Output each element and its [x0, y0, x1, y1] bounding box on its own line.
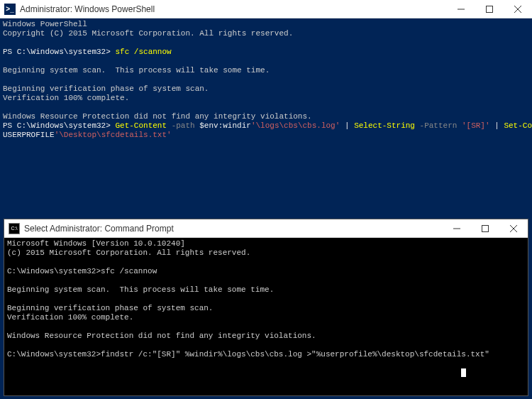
minimize-button[interactable]: [443, 219, 471, 238]
ps-pipe: |: [490, 121, 504, 130]
close-button[interactable]: [504, 0, 532, 18]
ps-string: '\Desktop\sfcdetails.txt': [55, 131, 172, 139]
cmd-command: sfc /scannow: [101, 267, 157, 275]
cmd-command: findstr /c:"[SR]" %windir%\logs\cbs\cbs.…: [101, 350, 489, 359]
cmd-copyright: (c) 2015 Microsoft Corporation. All righ…: [7, 248, 250, 257]
maximize-button[interactable]: [475, 0, 504, 18]
ps-terminal[interactable]: Windows PowerShell Copyright (C) 2015 Mi…: [0, 18, 532, 219]
cmd-prompt: C:\Windows\system32>: [7, 267, 101, 275]
minimize-button[interactable]: [447, 0, 475, 18]
cmd-output: Verification 100% complete.: [7, 313, 133, 322]
svg-rect-1: [487, 6, 493, 12]
ps-output: Beginning system scan. This process will…: [3, 66, 270, 75]
ps-copyright: Copyright (C) 2015 Microsoft Corporation…: [3, 29, 293, 38]
cmd-output: Windows Resource Protection did not find…: [7, 332, 316, 340]
ps-output: Beginning verification phase of system s…: [3, 84, 209, 93]
ps-prompt: PS C:\Windows\system32>: [3, 121, 115, 130]
cursor: [461, 368, 466, 377]
ps-banner: Windows PowerShell: [3, 20, 87, 28]
cmd-output: Beginning system scan. This process will…: [7, 285, 274, 294]
ps-titlebar[interactable]: >_ Administrator: Windows PowerShell: [0, 0, 532, 18]
ps-command: sfc /scannow: [115, 48, 171, 56]
ps-var: $env:windir: [199, 121, 251, 130]
ps-window-controls: [447, 0, 532, 18]
ps-string: '[SR]': [462, 121, 490, 130]
cmd-icon: C:\: [9, 223, 20, 234]
cmd-titlebar[interactable]: C:\ Select Administrator: Command Prompt: [4, 219, 528, 238]
ps-pipe: |: [340, 121, 354, 130]
maximize-button[interactable]: [471, 219, 499, 238]
cmd-window: C:\ Select Administrator: Command Prompt…: [4, 219, 528, 396]
cmd-output: Beginning verification phase of system s…: [7, 304, 213, 312]
close-button[interactable]: [499, 219, 528, 238]
ps-var: USERPROFILE: [3, 131, 55, 139]
cmd-banner: Microsoft Windows [Version 10.0.10240]: [7, 239, 185, 248]
powershell-icon: >_: [4, 4, 16, 15]
ps-param: -Pattern: [420, 121, 462, 130]
cmd-terminal[interactable]: Microsoft Windows [Version 10.0.10240] (…: [4, 238, 528, 395]
ps-cmdlet: Get-Content: [115, 121, 171, 130]
ps-string: '\logs\cbs\cbs.log': [251, 121, 340, 130]
ps-param: -path: [172, 121, 200, 130]
ps-title: Administrator: Windows PowerShell: [20, 4, 447, 14]
ps-prompt: PS C:\Windows\system32>: [3, 48, 115, 56]
ps-output: Windows Resource Protection did not find…: [3, 112, 312, 121]
cmd-window-controls: [443, 219, 528, 238]
svg-rect-5: [482, 225, 489, 231]
powershell-window: >_ Administrator: Windows PowerShell Win…: [0, 0, 532, 219]
cmd-prompt: C:\Windows\system32>: [7, 350, 101, 359]
cmd-title: Select Administrator: Command Prompt: [24, 224, 443, 234]
ps-cmdlet: Set-Content: [504, 121, 532, 130]
ps-output: Verification 100% complete.: [3, 94, 129, 102]
ps-cmdlet: Select-String: [354, 121, 419, 130]
